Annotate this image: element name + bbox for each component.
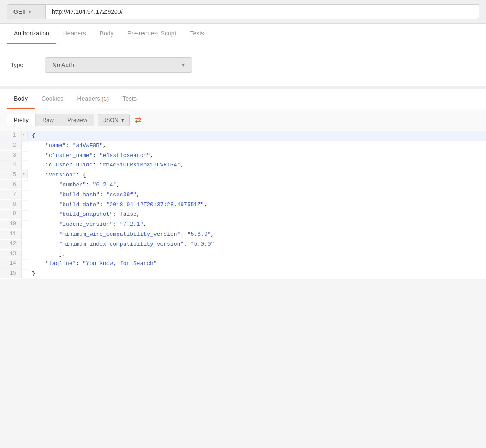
line-content-15: } xyxy=(28,269,35,279)
language-selector[interactable]: JSON ▾ xyxy=(98,114,130,126)
format-group: Pretty Raw Preview xyxy=(7,114,94,126)
json-line-7: 7 "build_hash": "ccec39f", xyxy=(0,190,486,200)
line-content-11: "minimum_wire_compatibility_version": "5… xyxy=(28,230,214,240)
line-content-13: }, xyxy=(28,250,66,259)
auth-row: Type No Auth ▾ xyxy=(10,57,476,73)
line-toggle-10 xyxy=(22,220,28,221)
line-number-13: 13 xyxy=(0,250,22,259)
line-content-2: "name": "a4VwF0R", xyxy=(28,141,106,151)
json-line-5: 5▾ "version": { xyxy=(0,170,486,180)
headers-badge: (3) xyxy=(102,96,109,102)
line-number-3: 3 xyxy=(0,151,22,160)
json-line-4: 4 "cluster_uuid": "rm4cSiCFRXiMbX1IFvRlS… xyxy=(0,160,486,170)
line-number-9: 9 xyxy=(0,210,22,219)
auth-dropdown-chevron-icon: ▾ xyxy=(182,62,185,68)
line-toggle-7 xyxy=(22,190,28,191)
line-number-14: 14 xyxy=(0,259,22,268)
tab-pre-request-script[interactable]: Pre-request Script xyxy=(121,24,183,44)
line-number-10: 10 xyxy=(0,220,22,229)
json-line-1: 1▾{ xyxy=(0,131,486,141)
line-number-4: 4 xyxy=(0,160,22,170)
line-number-5: 5 xyxy=(0,170,22,179)
line-content-12: "minimum_index_compatibility_version": "… xyxy=(28,240,214,250)
url-input[interactable] xyxy=(46,4,479,19)
json-line-2: 2 "name": "a4VwF0R", xyxy=(0,141,486,151)
line-content-8: "build_date": "2018-04-12T20:37:28.49755… xyxy=(28,200,208,210)
format-raw[interactable]: Raw xyxy=(35,114,61,126)
line-number-2: 2 xyxy=(0,141,22,150)
line-toggle-8 xyxy=(22,200,28,201)
line-content-4: "cluster_uuid": "rm4cSiCFRXiMbX1IFvRlSA"… xyxy=(28,160,184,170)
line-toggle-9 xyxy=(22,210,28,211)
line-toggle-2 xyxy=(22,141,28,142)
tab-tests-response[interactable]: Tests xyxy=(115,89,144,109)
json-viewer: 1▾{2 "name": "a4VwF0R",3 "cluster_name":… xyxy=(0,131,486,279)
line-content-10: "lucene_version": "7.2.1", xyxy=(28,220,147,230)
line-number-7: 7 xyxy=(0,190,22,199)
method-chevron-icon: ▾ xyxy=(29,10,31,14)
json-line-13: 13 }, xyxy=(0,250,486,259)
tab-cookies[interactable]: Cookies xyxy=(35,89,70,109)
json-line-6: 6 "number": "6.2.4", xyxy=(0,180,486,190)
line-number-8: 8 xyxy=(0,200,22,209)
line-toggle-12 xyxy=(22,240,28,240)
json-line-9: 9 "build_snapshot": false, xyxy=(0,210,486,220)
line-content-5: "version": { xyxy=(28,170,86,180)
tab-body-request[interactable]: Body xyxy=(93,24,121,44)
request-tabs: Authorization Headers Body Pre-request S… xyxy=(0,24,486,44)
auth-type-value: No Auth xyxy=(52,61,74,68)
method-label: GET xyxy=(13,8,26,15)
line-number-11: 11 xyxy=(0,230,22,239)
response-tabs: Body Cookies Headers (3) Tests xyxy=(0,89,486,109)
line-number-12: 12 xyxy=(0,240,22,249)
url-bar: GET ▾ xyxy=(0,0,486,24)
json-line-3: 3 "cluster_name": "elasticsearch", xyxy=(0,151,486,161)
format-pretty[interactable]: Pretty xyxy=(7,114,35,126)
json-line-8: 8 "build_date": "2018-04-12T20:37:28.497… xyxy=(0,200,486,210)
line-content-6: "number": "6.2.4", xyxy=(28,180,120,190)
line-toggle-6 xyxy=(22,180,28,181)
tab-authorization[interactable]: Authorization xyxy=(7,24,56,44)
line-toggle-13 xyxy=(22,250,28,250)
json-line-11: 11 "minimum_wire_compatibility_version":… xyxy=(0,230,486,240)
line-number-1: 1 xyxy=(0,131,22,140)
auth-type-dropdown[interactable]: No Auth ▾ xyxy=(45,57,192,73)
json-line-15: 15} xyxy=(0,269,486,279)
wrap-icon[interactable]: ⇄ xyxy=(135,115,141,125)
line-toggle-1[interactable]: ▾ xyxy=(22,131,28,139)
line-content-3: "cluster_name": "elasticsearch", xyxy=(28,151,153,161)
language-chevron-icon: ▾ xyxy=(121,117,124,123)
format-bar: Pretty Raw Preview JSON ▾ ⇄ xyxy=(0,109,486,131)
auth-type-label: Type xyxy=(10,61,36,68)
tab-headers-response[interactable]: Headers (3) xyxy=(70,89,116,109)
line-toggle-3 xyxy=(22,151,28,152)
language-label: JSON xyxy=(103,117,118,123)
line-toggle-11 xyxy=(22,230,28,230)
json-line-14: 14 "tagline": "You Know, for Search" xyxy=(0,259,486,269)
json-line-12: 12 "minimum_index_compatibility_version"… xyxy=(0,240,486,250)
tab-headers[interactable]: Headers xyxy=(56,24,93,44)
line-content-14: "tagline": "You Know, for Search" xyxy=(28,259,157,269)
tab-body-response[interactable]: Body xyxy=(7,89,35,109)
tab-tests-request[interactable]: Tests xyxy=(183,24,211,44)
line-toggle-5[interactable]: ▾ xyxy=(22,170,28,178)
auth-section: Type No Auth ▾ xyxy=(0,44,486,89)
method-selector[interactable]: GET ▾ xyxy=(7,4,46,19)
line-content-1: { xyxy=(28,131,35,141)
line-number-6: 6 xyxy=(0,180,22,189)
line-number-15: 15 xyxy=(0,269,22,278)
line-toggle-15 xyxy=(22,269,28,270)
line-toggle-4 xyxy=(22,160,28,161)
line-toggle-14 xyxy=(22,259,28,260)
line-content-9: "build_snapshot": false, xyxy=(28,210,140,220)
format-preview[interactable]: Preview xyxy=(61,114,94,126)
json-line-10: 10 "lucene_version": "7.2.1", xyxy=(0,220,486,230)
line-content-7: "build_hash": "ccec39f", xyxy=(28,190,140,200)
